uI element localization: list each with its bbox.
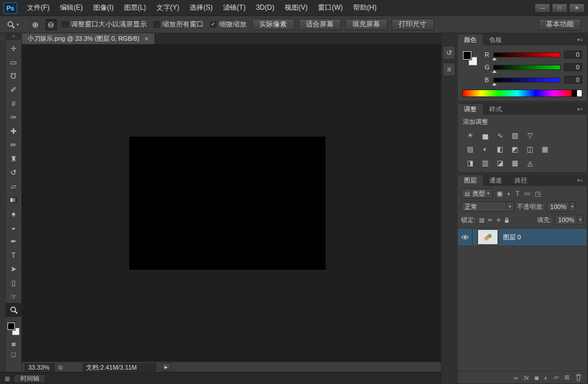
zoom-in-button[interactable]: ⊕ bbox=[30, 19, 41, 30]
blue-value-field[interactable]: 0 bbox=[564, 76, 582, 84]
slider-thumb[interactable] bbox=[492, 70, 497, 73]
adjustment-color-balance-button[interactable]: ◐ bbox=[478, 144, 493, 154]
timeline-tab[interactable]: 时间轴 bbox=[14, 374, 45, 383]
adjustment-hue-saturation-button[interactable]: ▤ bbox=[463, 144, 478, 154]
menu-filter[interactable]: 滤镜(T) bbox=[218, 0, 250, 15]
history-panel-button[interactable]: ↺ bbox=[443, 46, 455, 60]
fill-select[interactable]: 100% ▾ bbox=[555, 215, 583, 225]
history-brush-tool[interactable]: ↺ bbox=[6, 165, 21, 179]
menu-window[interactable]: 窗口(W) bbox=[313, 0, 348, 15]
adjustment-threshold-button[interactable]: ◪ bbox=[493, 158, 508, 168]
adjustment-vibrance-button[interactable]: ▽ bbox=[523, 130, 537, 140]
tab-adjustments[interactable]: 调整 bbox=[458, 104, 483, 115]
layer-thumbnail[interactable] bbox=[478, 230, 498, 245]
tab-styles[interactable]: 样式 bbox=[483, 104, 508, 115]
add-layer-mask-button[interactable]: ◙ bbox=[535, 374, 539, 381]
slider-thumb[interactable] bbox=[492, 83, 497, 86]
zoom-level-field[interactable]: 33.33% bbox=[25, 363, 55, 371]
adjustment-black-white-button[interactable]: ◧ bbox=[493, 144, 508, 154]
lasso-tool[interactable]: ℧ bbox=[6, 69, 21, 83]
path-selection-tool[interactable]: ➤ bbox=[6, 262, 21, 276]
fill-screen-button[interactable]: 填充屏幕 bbox=[345, 19, 388, 30]
color-spectrum-ramp[interactable] bbox=[462, 90, 582, 97]
delete-layer-button[interactable] bbox=[575, 374, 582, 381]
adjustment-color-lookup-button[interactable]: ▦ bbox=[537, 144, 552, 154]
adjustment-exposure-button[interactable]: ▧ bbox=[508, 130, 523, 140]
green-value-field[interactable]: 0 bbox=[564, 63, 582, 71]
crop-tool[interactable]: # bbox=[6, 96, 21, 110]
adjustment-selective-color-button[interactable]: ◬ bbox=[523, 158, 537, 168]
blur-tool[interactable]: ♠ bbox=[6, 207, 21, 220]
checkbox-zoom-all-windows[interactable]: 缩放所有窗口 bbox=[153, 20, 204, 29]
menu-edit[interactable]: 编辑(E) bbox=[55, 0, 88, 15]
blend-mode-select[interactable]: 正常 ▾ bbox=[461, 201, 514, 212]
menu-select[interactable]: 选择(S) bbox=[184, 0, 218, 15]
properties-panel-button[interactable]: ≡ bbox=[443, 63, 455, 76]
rectangle-tool[interactable]: ▯ bbox=[6, 276, 21, 289]
fit-screen-button[interactable]: 适合屏幕 bbox=[299, 19, 341, 30]
quick-mask-button[interactable]: ◙ bbox=[6, 339, 21, 349]
print-size-button[interactable]: 打印尺寸 bbox=[392, 19, 434, 30]
green-slider[interactable] bbox=[493, 65, 560, 70]
panel-menu-icon[interactable]: ▾≡ bbox=[577, 175, 587, 186]
filter-shape-layers-button[interactable]: ▭ bbox=[524, 190, 530, 197]
foreground-color-swatch[interactable] bbox=[463, 51, 471, 60]
menu-layer[interactable]: 图层(L) bbox=[119, 0, 152, 15]
slider-thumb[interactable] bbox=[492, 57, 497, 60]
document-tab[interactable]: 小刀娱乐.png @ 33.3% (图层 0, RGB/8) × bbox=[22, 33, 155, 44]
new-adjustment-layer-button[interactable]: ◐ bbox=[544, 374, 548, 381]
document-image[interactable] bbox=[129, 137, 326, 270]
brush-tool[interactable]: ✏ bbox=[6, 138, 21, 152]
new-layer-button[interactable]: ⊞ bbox=[564, 374, 570, 381]
tab-swatches[interactable]: 色板 bbox=[483, 34, 508, 45]
red-value-field[interactable]: 0 bbox=[564, 51, 582, 59]
foreground-color-swatch[interactable] bbox=[7, 323, 15, 330]
lock-image-pixels-button[interactable]: ✏ bbox=[488, 217, 493, 223]
opacity-select[interactable]: 100% ▾ bbox=[547, 201, 575, 212]
maximize-button[interactable]: □ bbox=[552, 3, 567, 13]
screen-mode-button[interactable]: ◻ bbox=[6, 349, 21, 359]
zoom-tool-preset[interactable]: ▾ bbox=[5, 20, 21, 30]
adjustment-curves-button[interactable]: ∿ bbox=[493, 130, 508, 140]
filter-smart-objects-button[interactable]: ◳ bbox=[535, 190, 540, 197]
close-button[interactable]: ✕ bbox=[569, 3, 585, 13]
lock-position-button[interactable]: ✛ bbox=[496, 217, 501, 223]
move-tool[interactable]: ✛ bbox=[6, 41, 21, 55]
adjustment-brightness-contrast-button[interactable]: ☀ bbox=[463, 130, 478, 140]
eraser-tool[interactable]: ▱ bbox=[6, 179, 21, 193]
type-tool[interactable]: T bbox=[6, 248, 21, 262]
filter-type-layers-button[interactable]: T bbox=[516, 190, 520, 197]
adjustment-channel-mixer-button[interactable]: ◫ bbox=[523, 144, 537, 154]
eyedropper-tool[interactable]: ✑ bbox=[6, 110, 21, 124]
clone-stamp-tool[interactable]: ♜ bbox=[6, 152, 21, 165]
layer-style-button[interactable]: fx bbox=[524, 374, 529, 381]
pen-tool[interactable]: ✒ bbox=[6, 234, 21, 248]
zoom-tool[interactable] bbox=[6, 303, 21, 317]
panel-menu-icon[interactable]: ▾≡ bbox=[577, 34, 587, 45]
menu-file[interactable]: 文件(F) bbox=[22, 0, 55, 15]
adjustment-posterize-button[interactable]: ▥ bbox=[478, 158, 493, 168]
ramp-black-swatch[interactable] bbox=[571, 90, 577, 96]
ramp-white-swatch[interactable] bbox=[577, 90, 582, 96]
blue-slider[interactable] bbox=[493, 77, 560, 83]
menu-view[interactable]: 视图(V) bbox=[280, 0, 313, 15]
spot-healing-brush-tool[interactable]: ✚ bbox=[6, 124, 21, 138]
gradient-tool[interactable] bbox=[6, 193, 21, 207]
layer-visibility-toggle[interactable] bbox=[458, 228, 473, 246]
spectrum-gradient[interactable] bbox=[463, 90, 571, 96]
menu-3d[interactable]: 3D(D) bbox=[251, 0, 280, 15]
lock-all-button[interactable] bbox=[504, 217, 509, 223]
red-slider[interactable] bbox=[493, 52, 560, 57]
tab-channels[interactable]: 通道 bbox=[483, 175, 508, 186]
quick-selection-tool[interactable]: ✐ bbox=[6, 83, 21, 96]
tab-color[interactable]: 颜色 bbox=[458, 34, 483, 45]
status-options-button[interactable]: ▶ bbox=[162, 363, 171, 371]
filter-kind-select[interactable]: ▤ 类型 ▾ bbox=[461, 188, 493, 199]
panel-menu-icon[interactable]: ▾≡ bbox=[577, 104, 587, 115]
tab-close-icon[interactable]: × bbox=[145, 35, 149, 43]
layer-row[interactable]: 图层 0 bbox=[458, 228, 587, 246]
tab-layers[interactable]: 图层 bbox=[458, 175, 483, 186]
dodge-tool[interactable]: ◒ bbox=[6, 220, 21, 234]
link-layers-button[interactable]: ∞ bbox=[514, 374, 519, 381]
menu-image[interactable]: 图像(I) bbox=[88, 0, 118, 15]
